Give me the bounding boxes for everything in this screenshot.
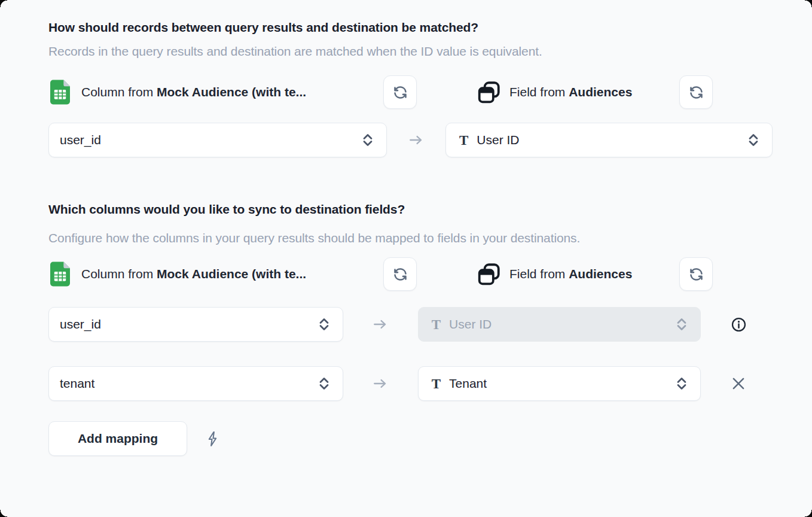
google-sheets-icon	[50, 80, 70, 105]
source-column-select[interactable]: tenant	[48, 366, 343, 401]
arrow-right-icon	[343, 376, 418, 391]
sync-mapping-config-page: How should records between query results…	[0, 0, 812, 456]
match-mapping-row: user_id T User ID	[48, 123, 776, 157]
source-column-header: Column from Mock Audience (with te...	[50, 261, 306, 287]
arrow-right-icon	[387, 132, 445, 148]
header-label-name: Audiences	[569, 85, 632, 99]
header-label-prefix: Field from	[509, 85, 569, 99]
column-sync-section: Which columns would you like to sync to …	[48, 202, 776, 456]
refresh-source-columns-button[interactable]	[383, 257, 417, 291]
google-sheets-icon	[50, 261, 70, 287]
sync-arrows-icon	[392, 84, 408, 101]
section-subtitle: Records in the query results and destina…	[48, 44, 776, 59]
chevron-up-down-icon	[747, 133, 760, 147]
audiences-icon	[477, 80, 502, 105]
destination-field-select[interactable]: T Tenant	[418, 366, 701, 401]
string-type-icon: T	[459, 133, 468, 147]
chevron-up-down-icon	[675, 376, 688, 391]
sync-arrows-icon	[392, 266, 408, 282]
header-label-name: Mock Audience (with te...	[157, 85, 306, 99]
mapping-header-row: Column from Mock Audience (with te... Fi…	[48, 257, 776, 291]
select-value: User ID	[449, 317, 492, 332]
sync-arrows-icon	[688, 84, 704, 101]
header-label-name: Audiences	[569, 267, 632, 281]
source-header-label: Column from Mock Audience (with te...	[81, 85, 306, 99]
select-value: User ID	[477, 133, 519, 147]
sync-mapping-row: tenant T Tenant	[48, 366, 776, 401]
chevron-up-down-icon	[318, 317, 331, 332]
destination-field-header: Field from Audiences	[477, 261, 632, 287]
section-title: How should records between query results…	[48, 20, 776, 35]
sync-arrows-icon	[688, 266, 704, 282]
source-header-label: Column from Mock Audience (with te...	[81, 267, 306, 281]
string-type-icon: T	[432, 318, 441, 332]
arrow-right-icon	[343, 317, 418, 332]
destination-field-header: Field from Audiences	[477, 80, 632, 105]
remove-mapping-button[interactable]	[729, 375, 747, 393]
refresh-destination-fields-button[interactable]	[679, 257, 713, 291]
destination-field-select-disabled: T User ID	[418, 307, 701, 342]
record-match-section: How should records between query results…	[48, 20, 776, 157]
source-column-header: Column from Mock Audience (with te...	[50, 80, 306, 105]
string-type-icon: T	[432, 377, 441, 391]
refresh-destination-fields-button[interactable]	[679, 75, 713, 109]
destination-header-label: Field from Audiences	[509, 85, 632, 99]
section-subtitle: Configure how the columns in your query …	[48, 226, 599, 250]
select-value: Tenant	[449, 376, 487, 391]
sync-mapping-row: user_id T User ID	[48, 307, 776, 342]
info-button[interactable]	[731, 317, 747, 333]
section-title: Which columns would you like to sync to …	[48, 202, 776, 217]
add-mapping-row: Add mapping	[48, 421, 776, 456]
x-icon	[729, 375, 747, 393]
window-corner	[805, 510, 812, 517]
select-value: user_id	[60, 133, 101, 147]
mapping-header-row: Column from Mock Audience (with te... Fi…	[48, 75, 776, 109]
info-circle-icon	[731, 317, 747, 333]
window-corner	[0, 510, 7, 517]
lightning-bolt-icon	[206, 430, 219, 448]
source-column-select[interactable]: user_id	[48, 123, 387, 157]
chevron-up-down-icon	[675, 317, 688, 332]
header-label-prefix: Field from	[509, 267, 569, 281]
header-label-name: Mock Audience (with te...	[157, 267, 306, 281]
select-value: user_id	[60, 317, 101, 332]
destination-field-select[interactable]: T User ID	[445, 123, 773, 157]
refresh-source-columns-button[interactable]	[383, 75, 417, 109]
source-column-select[interactable]: user_id	[48, 307, 343, 342]
audiences-icon	[477, 261, 502, 287]
add-mapping-button[interactable]: Add mapping	[48, 421, 187, 456]
header-label-prefix: Column from	[81, 85, 157, 99]
chevron-up-down-icon	[318, 376, 331, 391]
header-label-prefix: Column from	[81, 267, 157, 281]
select-value: tenant	[60, 376, 94, 391]
destination-header-label: Field from Audiences	[509, 267, 632, 281]
chevron-up-down-icon	[361, 133, 374, 147]
suggest-mappings-button[interactable]	[206, 430, 219, 448]
